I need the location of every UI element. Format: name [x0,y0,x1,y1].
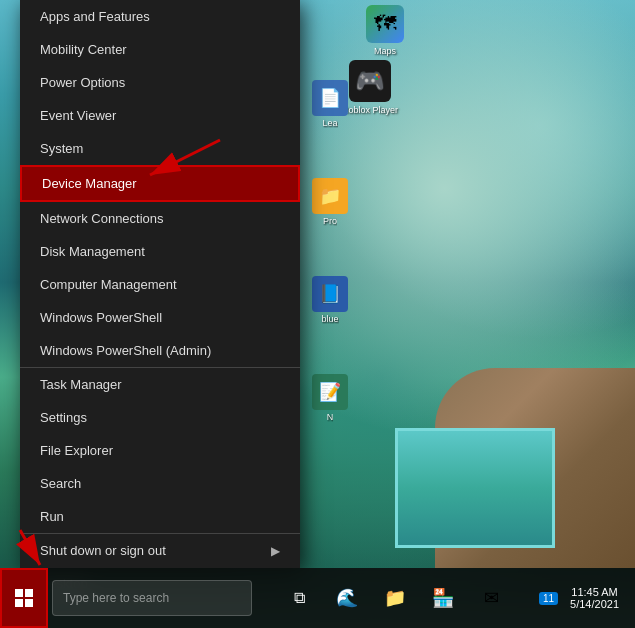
taskbar-icons: ⧉ 🌊 📁 🏪 ✉ [252,576,539,620]
menu-item-system[interactable]: System [20,132,300,165]
start-button[interactable] [0,568,48,628]
maps-icon-label: Maps [374,46,396,56]
taskbar: Type here to search ⧉ 🌊 📁 🏪 ✉ 11 11:45 A… [0,568,635,628]
menu-item-windows-powershell[interactable]: Windows PowerShell [20,301,300,334]
menu-item-mobility-center[interactable]: Mobility Center [20,33,300,66]
blue-icon-label: blue [321,314,338,324]
menu-item-task-manager[interactable]: Task Manager [20,368,300,401]
maps-icon-image: 🗺 [366,5,404,43]
menu-item-device-manager[interactable]: Device Manager [20,165,300,202]
task-view-button[interactable]: ⧉ [277,576,321,620]
system-tray: 11 11:45 AM 5/14/2021 [539,582,635,614]
lea-icon-label: Lea [322,118,337,128]
menu-item-shut-down[interactable]: Shut down or sign out ▶ [20,534,300,567]
windows-logo-icon [15,589,33,607]
context-menu: Apps and Features Mobility Center Power … [20,0,300,568]
menu-item-computer-management[interactable]: Computer Management [20,268,300,301]
n-icon-img: 📝 [312,374,348,410]
notification-count: 11 [539,592,558,605]
pro-icon-img: 📁 [312,178,348,214]
n-icon-label: N [327,412,334,422]
shut-down-arrow: ▶ [271,544,280,558]
edge-browser-icon[interactable]: 🌊 [325,576,369,620]
side-icon-blue[interactable]: 📘 blue [305,276,355,324]
menu-item-apps-features[interactable]: Apps and Features [20,0,300,33]
search-placeholder: Type here to search [63,591,169,605]
desktop: 🗺 Maps 🎮 Roblox Player 📄 Lea 📁 Pro 📘 blu… [0,0,635,628]
side-icon-lea[interactable]: 📄 Lea [305,80,355,128]
file-explorer-icon[interactable]: 📁 [373,576,417,620]
menu-item-search[interactable]: Search [20,467,300,500]
side-icon-n[interactable]: 📝 N [305,374,355,422]
mail-icon[interactable]: ✉ [469,576,513,620]
menu-item-event-viewer[interactable]: Event Viewer [20,99,300,132]
maps-desktop-icon[interactable]: 🗺 Maps [355,5,415,56]
clock-date: 5/14/2021 [570,598,619,610]
notification-center[interactable]: 11 [539,592,558,605]
clock-time: 11:45 AM [570,586,619,598]
blue-icon-img: 📘 [312,276,348,312]
menu-section-2: Task Manager Settings File Explorer Sear… [20,368,300,534]
menu-item-file-explorer[interactable]: File Explorer [20,434,300,467]
menu-item-disk-management[interactable]: Disk Management [20,235,300,268]
pool-decoration [395,428,555,548]
menu-item-power-options[interactable]: Power Options [20,66,300,99]
menu-item-settings[interactable]: Settings [20,401,300,434]
menu-section-1: Apps and Features Mobility Center Power … [20,0,300,368]
menu-item-network-connections[interactable]: Network Connections [20,202,300,235]
microsoft-store-icon[interactable]: 🏪 [421,576,465,620]
clock-display[interactable]: 11:45 AM 5/14/2021 [562,582,627,614]
left-side-icons: 📄 Lea 📁 Pro 📘 blue 📝 N [305,80,355,422]
side-icon-pro[interactable]: 📁 Pro [305,178,355,226]
menu-item-windows-powershell-admin[interactable]: Windows PowerShell (Admin) [20,334,300,367]
taskbar-search[interactable]: Type here to search [52,580,252,616]
pro-icon-label: Pro [323,216,337,226]
menu-item-run[interactable]: Run [20,500,300,533]
lea-icon-img: 📄 [312,80,348,116]
roblox-icon-image: 🎮 [349,60,391,102]
